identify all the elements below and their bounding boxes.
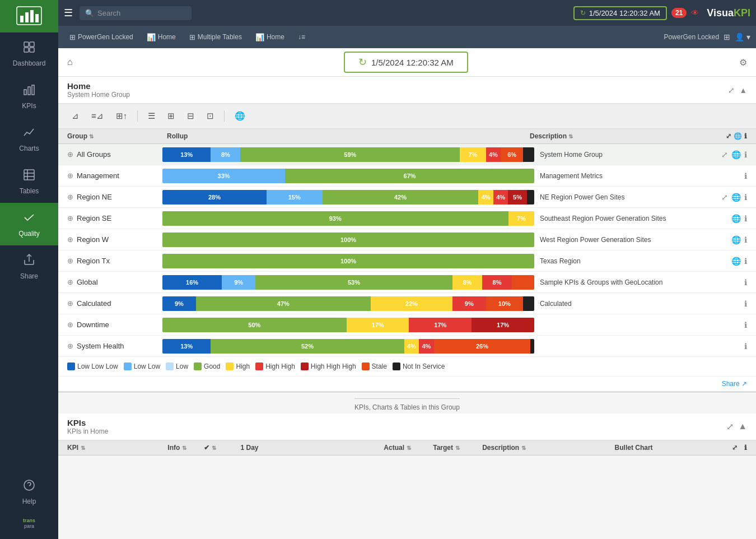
settings-icon[interactable]: ⚙	[739, 57, 747, 68]
kpi-col-info: Info	[167, 444, 180, 452]
row-link-icon[interactable]: ⤢	[721, 150, 728, 159]
sidebar-item-tables[interactable]: Tables	[0, 160, 58, 203]
kpi-check-sort-icon[interactable]: ⇅	[212, 445, 216, 451]
nav-item-powergen[interactable]: ⊞ PowerGen Locked	[64, 31, 139, 44]
table-row[interactable]: ⊕System Health13%52%4%4%26%ℹ	[58, 336, 756, 357]
row-info-icon[interactable]: ℹ	[744, 193, 747, 202]
kpi-expand-icon[interactable]: ⤢	[726, 421, 734, 432]
rollup-cell: 93%7%	[162, 211, 534, 226]
bar-segment: 93%	[162, 211, 508, 226]
legend-label: High High High	[311, 363, 356, 370]
kpi-actual-sort-icon[interactable]: ⇅	[407, 445, 411, 451]
sidebar-logo[interactable]	[0, 0, 58, 32]
menu-icon[interactable]: ☰	[64, 7, 73, 19]
table-row[interactable]: ⊕Calculated9%47%22%9%10%Calculatedℹ	[58, 293, 756, 314]
svg-rect-10	[28, 87, 30, 95]
group-expand-icon[interactable]: ⊕	[67, 193, 73, 201]
nav-item-home2[interactable]: 📊 Home	[250, 31, 290, 44]
grid-view-btn[interactable]: ⊞	[163, 108, 179, 124]
expand-icon[interactable]: ⤢	[728, 86, 735, 95]
group-expand-icon[interactable]: ⊕	[67, 299, 73, 308]
page-header: Home System Home Group ⤢ ▲	[58, 77, 756, 104]
table-row[interactable]: ⊕Region Tx100%Texas Region🌐ℹ	[58, 250, 756, 272]
kpi-desc-sort-icon[interactable]: ⇅	[521, 445, 526, 451]
kpi-info-sort-icon[interactable]: ⇅	[182, 445, 186, 451]
filter-btn[interactable]: ⊿	[67, 108, 83, 124]
bar-segment	[523, 147, 534, 162]
table-row[interactable]: ⊕Region NE28%15%42%4%4%5%NE Region Power…	[58, 187, 756, 208]
svg-point-17	[24, 480, 34, 490]
rollup-cell: 28%15%42%4%4%5%	[162, 190, 534, 205]
nav-person-icon[interactable]: 👤 ▾	[735, 32, 750, 41]
bar-segment: 50%	[162, 318, 347, 332]
block-view-btn[interactable]: ⊟	[183, 108, 199, 124]
globe-view-btn[interactable]: 🌐	[230, 108, 250, 124]
row-info-icon[interactable]: ℹ	[744, 257, 747, 266]
sidebar-item-label-quality: Quality	[18, 230, 39, 238]
action-cell: 🌐ℹ	[702, 214, 747, 223]
export-btn[interactable]: ⊞↑	[111, 108, 132, 124]
list-view-btn[interactable]: ☰	[143, 108, 160, 124]
table-row[interactable]: ⊕Region W100%West Region Power Generatio…	[58, 229, 756, 250]
row-globe-icon[interactable]: 🌐	[731, 150, 741, 159]
row-globe-icon[interactable]: 🌐	[731, 257, 741, 266]
row-info-icon[interactable]: ℹ	[744, 278, 747, 287]
share-row[interactable]: Share ↗	[58, 377, 756, 392]
sort-desc-icon[interactable]: ⇅	[568, 133, 573, 140]
row-info-icon[interactable]: ℹ	[744, 235, 747, 244]
row-info-icon[interactable]: ℹ	[744, 342, 747, 351]
nav-item-home1[interactable]: 📊 Home	[141, 31, 181, 44]
table-row[interactable]: ⊕Management33%67%Management Metricsℹ	[58, 165, 756, 187]
rollup-cell: 33%67%	[162, 169, 534, 183]
home-icon[interactable]: ⌂	[67, 57, 73, 67]
group-expand-icon[interactable]: ⊕	[67, 257, 73, 265]
row-link-icon[interactable]: ⤢	[721, 193, 728, 202]
sidebar-item-kpis[interactable]: KPIs	[0, 75, 58, 118]
sidebar-item-share[interactable]: Share	[0, 245, 58, 288]
group-expand-icon[interactable]: ⊕	[67, 235, 73, 244]
row-info-icon[interactable]: ℹ	[744, 171, 747, 180]
col-link-icon: ⤢	[726, 132, 731, 140]
nav-item-multiple-tables[interactable]: ⊞ Multiple Tables	[184, 31, 248, 44]
collapse-icon[interactable]: ▲	[739, 86, 747, 95]
nav-item-more[interactable]: ↓≡	[292, 31, 311, 43]
sidebar-item-help[interactable]: Help	[0, 471, 58, 513]
row-info-icon[interactable]: ℹ	[744, 150, 747, 159]
group-cell: ⊕Region Tx	[67, 257, 162, 265]
table-row[interactable]: ⊕Global16%9%53%8%8%Sample KPIs & Groups …	[58, 272, 756, 293]
group-expand-icon[interactable]: ⊕	[67, 278, 73, 286]
group-expand-icon[interactable]: ⊕	[67, 171, 73, 180]
sidebar-item-dashboard[interactable]: Dashboard	[0, 32, 58, 75]
kpi-collapse-icon[interactable]: ▲	[738, 421, 747, 432]
table-row[interactable]: ⊕Region SE93%7%Southeast Region Power Ge…	[58, 208, 756, 229]
row-info-icon[interactable]: ℹ	[744, 214, 747, 223]
group-name: All Groups	[77, 150, 111, 159]
group-expand-icon[interactable]: ⊕	[67, 342, 73, 350]
row-info-icon[interactable]: ℹ	[744, 299, 747, 308]
topbar-alert-count[interactable]: 21	[671, 8, 687, 18]
sidebar-item-quality[interactable]: Quality	[0, 203, 58, 245]
share-label[interactable]: Share ↗	[722, 380, 747, 388]
filter2-btn[interactable]: ≡⊿	[87, 108, 108, 124]
row-globe-icon[interactable]: 🌐	[731, 235, 741, 244]
nav-profile-icon[interactable]: ⊞	[724, 32, 730, 41]
group-expand-icon[interactable]: ⊕	[67, 150, 73, 159]
col-header-rollup: Rollup	[167, 132, 525, 140]
group-expand-icon[interactable]: ⊕	[67, 320, 73, 329]
sort-group-icon[interactable]: ⇅	[89, 133, 94, 140]
kpi-sort-icon[interactable]: ⇅	[81, 445, 85, 451]
table-row[interactable]: ⊕Downtime50%17%17%17%ℹ	[58, 314, 756, 336]
sidebar-item-charts[interactable]: Charts	[0, 118, 58, 160]
desc-cell: West Region Power Generation Sites	[534, 236, 702, 244]
tile-view-btn[interactable]: ⊡	[202, 108, 218, 124]
row-globe-icon[interactable]: 🌐	[731, 214, 741, 223]
table-row[interactable]: ⊕All Groups13%8%59%7%4%6%System Home Gro…	[58, 144, 756, 165]
search-box[interactable]: 🔍 Search	[80, 6, 192, 20]
row-info-icon[interactable]: ℹ	[744, 320, 747, 329]
row-globe-icon[interactable]: 🌐	[731, 193, 741, 202]
col-header-desc: Description ⇅	[530, 132, 698, 140]
toolbar: ⊿ ≡⊿ ⊞↑ ☰ ⊞ ⊟ ⊡ 🌐	[58, 104, 756, 129]
kpi-target-sort-icon[interactable]: ⇅	[455, 445, 460, 451]
group-expand-icon[interactable]: ⊕	[67, 214, 73, 222]
main-refresh-icon: ↻	[358, 56, 367, 68]
